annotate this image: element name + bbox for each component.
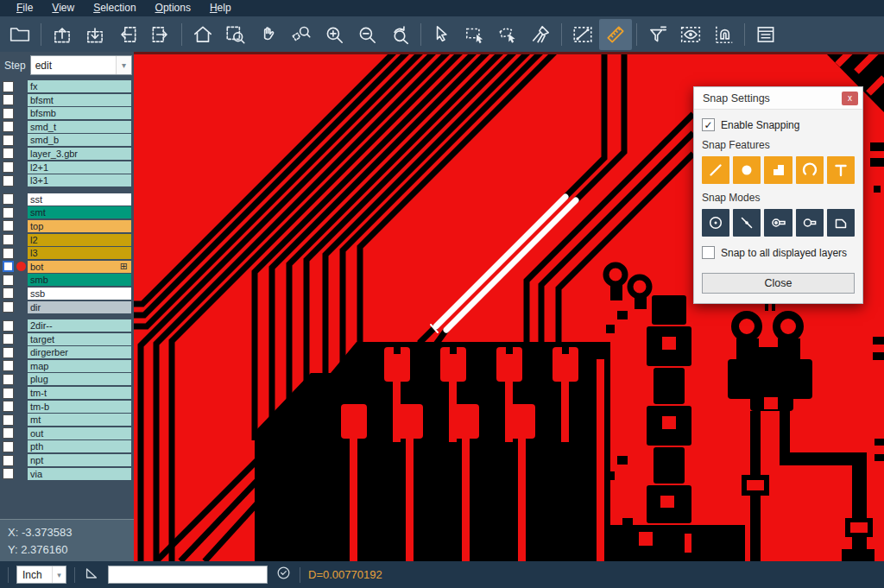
close-button[interactable]: Close — [702, 273, 855, 294]
sync-circle-icon[interactable] — [275, 565, 292, 585]
layer-row-2dir--[interactable]: 2dir-- — [0, 319, 134, 332]
enable-snapping-checkbox[interactable]: ✓ — [702, 118, 715, 131]
ruler-icon[interactable] — [599, 19, 632, 50]
layer-row-npt[interactable]: npt — [0, 454, 134, 466]
layer-row-l3+1[interactable]: l3+1 — [0, 174, 134, 187]
select-cursor-icon[interactable] — [426, 19, 458, 50]
layer-visibility-checkbox[interactable] — [3, 108, 14, 119]
layer-row-sst[interactable]: sst — [0, 193, 134, 205]
zoom-previous-icon[interactable] — [383, 19, 416, 50]
layer-visibility-checkbox[interactable] — [3, 441, 14, 452]
layer-row-map[interactable]: map — [0, 360, 134, 372]
menu-file[interactable]: File — [7, 1, 42, 16]
layer-name[interactable]: npt — [28, 454, 131, 466]
layer-name[interactable]: bfsmt — [28, 94, 131, 106]
layer-visibility-checkbox[interactable] — [3, 360, 14, 371]
layer-name[interactable]: bfsmb — [28, 107, 131, 119]
layer-visibility-checkbox[interactable] — [3, 234, 14, 245]
layer-row-bfsmt[interactable]: bfsmt — [0, 94, 134, 106]
open-folder-icon[interactable] — [3, 19, 36, 50]
menu-view[interactable]: View — [42, 1, 84, 16]
layer-row-smd_b[interactable]: smd_b — [0, 134, 134, 146]
layer-row-l2+1[interactable]: l2+1 — [0, 161, 134, 174]
layer-name[interactable]: tm-b — [28, 401, 131, 413]
layer-visibility-checkbox[interactable] — [3, 248, 14, 259]
layer-row-top[interactable]: top — [0, 220, 134, 232]
layer-visibility-checkbox[interactable] — [3, 94, 14, 105]
layer-name[interactable]: fx — [28, 80, 131, 92]
layer-visibility-checkbox[interactable] — [3, 388, 14, 399]
layer-name[interactable]: sst — [28, 193, 131, 205]
layer-row-smb[interactable]: smb — [0, 274, 134, 286]
layer-name[interactable]: map — [28, 360, 131, 372]
measure-input[interactable] — [108, 566, 268, 584]
layer-name[interactable]: smt — [28, 206, 131, 218]
layer-name[interactable]: target — [28, 333, 131, 345]
nudge-right-icon[interactable] — [144, 19, 177, 50]
layer-name[interactable]: ssb — [28, 288, 131, 300]
zoom-out-icon[interactable] — [350, 19, 383, 50]
layer-row-target[interactable]: target — [0, 333, 134, 345]
layer-visibility-checkbox[interactable] — [3, 468, 14, 479]
layer-row-dirgerber[interactable]: dirgerber — [0, 346, 134, 358]
layer-visibility-checkbox[interactable] — [3, 414, 14, 426]
layer-name[interactable]: layer_3.gbr — [28, 148, 131, 160]
layer-row-pth[interactable]: pth — [0, 440, 134, 452]
select-rectangle-icon[interactable] — [458, 19, 491, 50]
menu-selection[interactable]: Selection — [84, 1, 145, 16]
layer-visibility-checkbox[interactable] — [3, 193, 14, 205]
arc-icon[interactable] — [796, 156, 824, 184]
layer-row-l2[interactable]: l2 — [0, 234, 134, 246]
layer-row-plug[interactable]: plug — [0, 373, 134, 385]
layer-visibility-checkbox[interactable] — [3, 135, 14, 146]
layer-name[interactable]: via — [28, 468, 131, 480]
pan-hand-icon[interactable] — [252, 19, 285, 50]
circle-icon[interactable] — [733, 156, 761, 184]
dialog-titlebar[interactable]: Snap Settings x — [694, 87, 862, 110]
layer-name[interactable]: smd_b — [28, 134, 131, 146]
layer-name[interactable]: l2 — [28, 234, 131, 246]
layer-visibility-checkbox[interactable] — [3, 401, 14, 412]
center-snap-icon[interactable] — [702, 209, 729, 237]
home-view-icon[interactable] — [186, 19, 219, 50]
layer-row-dir[interactable]: dir — [0, 301, 134, 313]
view-region-icon[interactable] — [674, 19, 707, 50]
layer-visibility-checkbox[interactable] — [3, 261, 14, 272]
layer-name[interactable]: smd_t — [28, 121, 131, 133]
all-layers-checkbox[interactable]: ✓ — [702, 246, 715, 259]
layer-visibility-checkbox[interactable] — [3, 455, 14, 466]
layer-visibility-checkbox[interactable] — [3, 81, 14, 92]
layer-name[interactable]: top — [28, 220, 131, 232]
layer-name[interactable]: l3+1 — [28, 174, 131, 187]
layer-row-tm-b[interactable]: tm-b — [0, 401, 134, 413]
layer-visibility-checkbox[interactable] — [3, 275, 14, 286]
line-icon[interactable] — [702, 156, 729, 184]
layers-panel-icon[interactable] — [749, 19, 782, 50]
layer-visibility-checkbox[interactable] — [3, 288, 14, 299]
layer-name[interactable]: dirgerber — [28, 346, 131, 358]
nudge-up-icon[interactable] — [46, 19, 79, 50]
zoom-in-icon[interactable] — [318, 19, 350, 50]
layer-name[interactable]: bot⊞ — [28, 261, 131, 273]
layer-row-smt[interactable]: smt — [0, 206, 134, 218]
close-icon[interactable]: x — [842, 92, 858, 105]
layer-row-smd_t[interactable]: smd_t — [0, 121, 134, 133]
midpoint-snap-icon[interactable] — [733, 209, 761, 237]
layer-grid-icon[interactable]: ⊞ — [120, 262, 128, 271]
step-select[interactable]: edit ▾ — [30, 55, 132, 75]
layer-row-bfsmb[interactable]: bfsmb — [0, 107, 134, 119]
layer-name[interactable]: out — [28, 427, 131, 439]
text-icon[interactable] — [827, 156, 855, 184]
layer-row-bot[interactable]: bot⊞ — [0, 261, 134, 273]
layer-row-layer_3.gbr[interactable]: layer_3.gbr — [0, 148, 134, 160]
surface-icon[interactable] — [764, 156, 792, 184]
layer-visibility-checkbox[interactable] — [3, 148, 14, 159]
layer-name[interactable]: tm-t — [28, 387, 131, 399]
pad-snap-icon[interactable] — [764, 209, 792, 237]
layer-visibility-checkbox[interactable] — [3, 333, 14, 345]
layer-row-mt[interactable]: mt — [0, 414, 134, 426]
angle-corner-icon[interactable] — [83, 565, 100, 585]
layer-visibility-checkbox[interactable] — [3, 207, 14, 218]
snap-magnet-icon[interactable] — [707, 19, 740, 50]
layer-visibility-checkbox[interactable] — [3, 427, 14, 439]
